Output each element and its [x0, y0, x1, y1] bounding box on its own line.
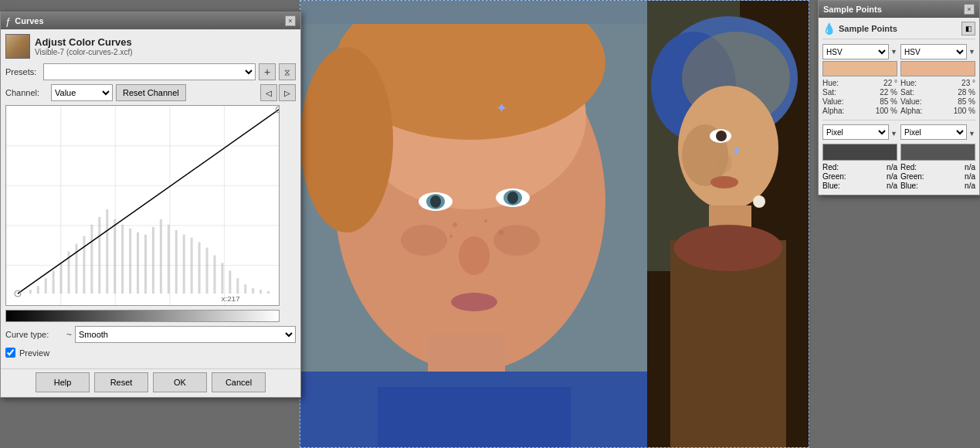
svg-rect-24 — [137, 232, 139, 294]
sp-data-alpha-1: Alpha: 100 % — [822, 107, 897, 115]
sp-pixel-green-1: Green: n/a — [822, 172, 897, 181]
svg-rect-29 — [175, 230, 178, 294]
svg-rect-83 — [670, 240, 786, 448]
sp-title: Sample Points — [823, 5, 882, 14]
sp-header-row: 💧 Sample Points ◧ — [822, 22, 975, 39]
cancel-button[interactable]: Cancel — [212, 372, 266, 392]
svg-rect-36 — [229, 270, 231, 294]
svg-rect-25 — [144, 235, 147, 294]
channel-icon-right[interactable]: ▷ — [279, 84, 296, 101]
preview-row: Preview — [5, 348, 296, 358]
sp-data-rows-2: Hue: 23 ° Sat: 28 % Value: 85 % Alpha: 1… — [900, 79, 975, 115]
sp-pixel-red-2: Red: n/a — [900, 163, 975, 171]
adjust-title: Adjust Color Curves — [35, 36, 133, 48]
sp-type-select-1[interactable]: HSV — [822, 44, 889, 59]
svg-text:x:217: x:217 — [221, 294, 240, 303]
sp-pixel-data-2: Red: n/a Green: n/a Blue: n/a — [900, 163, 975, 190]
curves-titlebar: ƒ Curves × — [1, 12, 300, 29]
svg-point-50 — [300, 47, 393, 232]
svg-rect-37 — [236, 278, 239, 294]
svg-point-59 — [430, 195, 441, 208]
image-canvas[interactable]: ✦ — [300, 0, 809, 448]
channel-select[interactable]: Value — [51, 84, 113, 101]
channel-row: Channel: Value Reset Channel ◁ ▷ — [5, 84, 296, 101]
sp-close-button[interactable]: × — [964, 4, 975, 15]
curves-svg: x:217 — [6, 106, 279, 305]
svg-point-78 — [716, 131, 727, 141]
channel-icon-left[interactable]: ◁ — [260, 84, 277, 101]
svg-rect-22 — [121, 225, 124, 294]
sp-pixel-col-2: Pixel ▼ Red: n/a Green: n/a Blue: — [900, 124, 975, 191]
sp-pixel-swatch-1 — [822, 144, 897, 161]
preview-label: Preview — [19, 348, 49, 358]
sp-data-sat-2: Sat: 28 % — [900, 88, 975, 97]
svg-point-67 — [449, 235, 453, 238]
curves-content: Adjust Color Curves Visible-7 (color-cur… — [1, 29, 300, 368]
svg-point-63 — [459, 236, 490, 275]
sp-content: 💧 Sample Points ◧ HSV ▼ Hue: 22 ° — [819, 18, 979, 195]
photo-left: ✦ — [300, 1, 647, 447]
svg-rect-28 — [168, 225, 170, 294]
svg-rect-32 — [198, 243, 201, 294]
curves-icon: ƒ — [5, 15, 11, 27]
svg-point-64 — [451, 293, 497, 311]
svg-point-65 — [453, 222, 457, 227]
svg-rect-27 — [160, 219, 162, 294]
svg-point-84 — [674, 225, 782, 271]
svg-rect-13 — [53, 270, 55, 294]
sp-pixel-select-2[interactable]: Pixel — [900, 124, 967, 140]
sp-hsv-section: HSV ▼ Hue: 22 ° Sat: 22 % Value: — [822, 44, 975, 116]
svg-point-85 — [753, 195, 765, 208]
svg-text:✦: ✦ — [731, 144, 741, 158]
curves-dialog: ƒ Curves × Adjust Color Curves Visible-7… — [0, 12, 301, 398]
sp-pixel-select-1[interactable]: Pixel — [822, 124, 889, 140]
help-button[interactable]: Help — [36, 372, 90, 392]
svg-rect-30 — [183, 235, 185, 294]
svg-rect-33 — [206, 248, 209, 294]
svg-rect-40 — [259, 290, 262, 294]
sp-pixel-blue-1: Blue: n/a — [822, 182, 897, 190]
sp-header-expand-btn[interactable]: ◧ — [961, 22, 975, 36]
svg-rect-10 — [29, 290, 32, 294]
curve-type-icon: ~ — [66, 329, 72, 340]
photo-right-svg: ✦ — [647, 1, 809, 448]
presets-delete-button[interactable]: ⧖ — [279, 63, 296, 80]
svg-point-80 — [710, 176, 738, 188]
sp-pixel-green-2: Green: n/a — [900, 172, 975, 181]
sp-header-label: Sample Points — [839, 24, 958, 33]
reset-channel-button[interactable]: Reset Channel — [116, 84, 186, 101]
sp-pixel-red-1: Red: n/a — [822, 163, 897, 171]
preview-checkbox[interactable] — [5, 348, 15, 358]
presets-row: Presets: + ⧖ — [5, 63, 296, 80]
svg-rect-35 — [221, 263, 223, 294]
reset-button[interactable]: Reset — [94, 372, 148, 392]
bottom-buttons: Help Reset OK Cancel — [1, 368, 300, 397]
ok-button[interactable]: OK — [153, 372, 207, 392]
curves-canvas[interactable]: x:217 — [5, 105, 280, 306]
svg-rect-51 — [300, 1, 647, 24]
svg-rect-18 — [90, 225, 93, 294]
eyedropper-icon: 💧 — [822, 22, 836, 35]
channel-label: Channel: — [5, 88, 48, 97]
svg-rect-31 — [191, 238, 193, 294]
presets-add-button[interactable]: + — [259, 63, 276, 80]
svg-rect-14 — [60, 263, 63, 294]
sp-titlebar: Sample Points × — [819, 1, 979, 18]
svg-rect-41 — [267, 291, 270, 294]
sp-data-alpha-2: Alpha: 100 % — [900, 107, 975, 115]
layer-thumbnail — [5, 34, 30, 59]
sp-type-select-2[interactable]: HSV — [900, 44, 967, 59]
presets-select[interactable] — [43, 63, 256, 80]
svg-point-79 — [717, 154, 732, 172]
canvas-area: ✦ — [300, 0, 810, 448]
curve-type-select[interactable]: Smooth — [75, 326, 296, 343]
curves-close-button[interactable]: × — [285, 15, 296, 26]
svg-rect-19 — [98, 217, 100, 294]
svg-rect-34 — [213, 256, 215, 294]
sp-pixel-swatch-2 — [900, 144, 975, 161]
gradient-bar — [5, 310, 280, 322]
sample-points-dialog: Sample Points × 💧 Sample Points ◧ HSV ▼ — [818, 0, 980, 195]
svg-point-55 — [401, 225, 447, 256]
svg-point-68 — [499, 230, 504, 235]
sp-data-hue-2: Hue: 23 ° — [900, 79, 975, 87]
